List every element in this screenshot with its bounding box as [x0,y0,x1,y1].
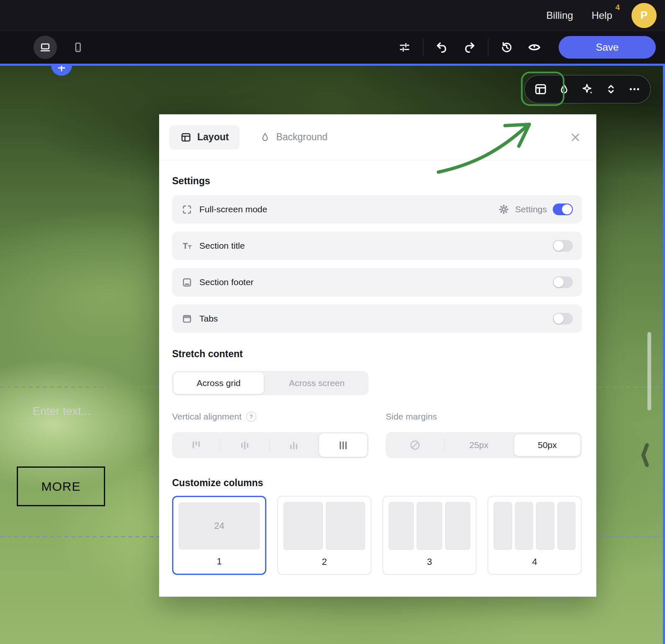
alignment-margin-controls: 25px 50px [172,432,582,458]
toggle-knob [554,314,564,324]
mobile-view-button[interactable] [66,36,90,59]
close-panel-button[interactable] [568,130,583,145]
section-footer-icon [181,277,193,288]
plus-icon [57,64,66,76]
toolbar-divider [423,38,423,57]
undo-icon [435,41,448,54]
column-count-label: 4 [488,550,581,574]
reorder-icon [605,83,617,95]
column-preview-block [515,502,534,550]
align-middle-icon [239,440,250,451]
setting-label: Tabs [199,314,218,324]
section-footer-toggle[interactable] [553,276,573,288]
option-across-screen[interactable]: Across screen [265,371,369,395]
side-margins-label: Side margins [386,412,582,422]
layout-icon [180,131,192,143]
editor-toolbar: Save [0,31,665,64]
align-top-option[interactable] [172,432,220,458]
redo-button[interactable] [460,38,479,57]
stretch-content-control: Across grid Across screen [172,371,369,395]
layout-panel: Layout Background Settings [159,114,596,597]
settings-header: Settings [172,175,582,187]
column-preview-block [326,502,365,550]
column-preview-block: 24 [179,502,260,549]
fullscreen-settings-link[interactable]: Settings [515,204,547,214]
setting-label: Section footer [199,277,254,287]
editor-canvas: Enter text... MORE [0,64,665,644]
close-icon [570,131,581,143]
setting-row-tabs: Tabs [172,304,582,333]
history-button[interactable] [497,38,516,57]
column-count-label: 1 [173,549,265,574]
align-top-icon [191,440,202,451]
setting-label: Section title [199,241,245,251]
text-placeholder[interactable]: Enter text... [33,405,90,418]
undo-button[interactable] [433,38,451,57]
setting-row-section-title: Section title [172,232,582,260]
tabs-toggle[interactable] [553,313,573,325]
scrollbar-thumb[interactable] [647,332,651,410]
align-bottom-icon [288,440,299,451]
none-icon [409,439,421,451]
avatar[interactable]: P [631,3,657,28]
margin-25px-option[interactable]: 25px [445,432,513,458]
margin-none-option[interactable] [386,432,444,458]
section-title-icon [181,240,193,252]
save-button[interactable]: Save [559,36,656,59]
ellipsis-icon [628,83,641,95]
columns-option-1[interactable]: 24 1 [172,496,266,575]
section-title-toggle[interactable] [553,240,573,252]
fullscreen-icon [181,204,193,215]
top-bar: Billing Help 4 P [0,0,665,31]
column-count-label: 2 [278,550,371,574]
sub-labels-row: Vertical alignment ? Side margins [172,412,582,422]
panel-collapse-handle[interactable] [639,442,650,469]
columns-option-3[interactable]: 3 [382,496,477,575]
toggle-knob [562,204,572,214]
align-bottom-option[interactable] [270,432,318,458]
tab-layout[interactable]: Layout [169,125,240,149]
vertical-alignment-control [172,432,369,458]
columns-option-2[interactable]: 2 [277,496,371,575]
option-across-grid[interactable]: Across grid [173,372,264,394]
preview-button[interactable] [525,38,544,57]
desktop-view-button[interactable] [34,36,57,59]
side-margins-control: 25px 50px [386,432,582,458]
column-preview-block [536,502,554,550]
more-button[interactable]: MORE [17,466,105,506]
canvas-selection-border [663,66,665,644]
column-preview-block [445,502,470,550]
help-link[interactable]: Help [592,10,612,21]
column-preview-block [557,502,576,550]
tab-label: Background [276,131,327,143]
adjustments-icon [398,41,411,54]
billing-link[interactable]: Billing [546,10,573,21]
align-stretch-option[interactable] [319,433,367,457]
more-options-button[interactable] [626,81,643,98]
align-stretch-icon [338,440,349,451]
sparkles-icon [581,82,594,96]
mobile-icon [72,41,84,54]
tab-background[interactable]: Background [249,125,338,149]
help-circle-icon[interactable]: ? [246,412,256,422]
adjustments-button[interactable] [395,38,414,57]
toolbar-divider [488,38,488,57]
column-options: 24 1 2 3 4 [172,496,582,575]
columns-option-4[interactable]: 4 [487,496,582,575]
gear-icon [498,204,509,215]
margin-50px-option[interactable]: 50px [514,434,580,456]
ai-assist-button[interactable] [579,81,596,98]
align-middle-option[interactable] [221,432,269,458]
background-droplet-icon [260,132,271,143]
desktop-icon [39,41,52,54]
panel-header: Layout Background [159,114,596,160]
toggle-knob [554,241,564,251]
panel-body: Settings Full-screen mode Settings [159,175,596,575]
annotation-highlight-box [521,72,564,106]
toggle-knob [554,277,564,287]
history-icon [500,41,513,54]
fullscreen-toggle[interactable] [553,204,573,215]
column-preview-block [417,502,442,550]
reorder-section-button[interactable] [603,81,619,98]
column-preview-block [389,502,414,550]
